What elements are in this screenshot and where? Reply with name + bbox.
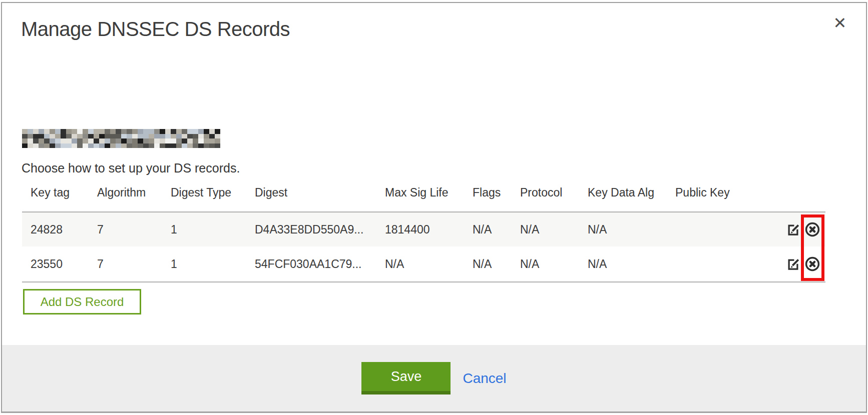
redaction-pixel <box>182 134 187 139</box>
redaction-pixel <box>28 144 33 148</box>
cell-digest-type: 1 <box>162 212 246 246</box>
redaction-pixel <box>176 129 182 134</box>
cell-key-tag: 23550 <box>22 246 89 282</box>
edit-icon[interactable] <box>785 256 801 272</box>
delete-icon[interactable] <box>804 256 820 272</box>
redaction-pixel <box>99 129 105 134</box>
col-header-algorithm: Algorithm <box>89 183 162 212</box>
redaction-pixel <box>154 144 160 148</box>
cell-actions <box>747 212 825 246</box>
redaction-pixel <box>33 138 39 144</box>
add-ds-record-button[interactable]: Add DS Record <box>23 289 141 314</box>
col-header-public-key: Public Key <box>667 183 747 212</box>
redaction-pixel <box>83 138 88 144</box>
save-button[interactable]: Save <box>361 362 451 394</box>
redaction-pixel <box>94 134 99 139</box>
redaction-pixel <box>209 144 215 148</box>
redaction-pixel <box>127 144 132 148</box>
redaction-pixel <box>165 134 171 139</box>
redaction-pixel <box>105 144 110 148</box>
redaction-pixel <box>215 138 220 144</box>
redaction-pixel <box>204 144 209 148</box>
redaction-pixel <box>88 144 94 148</box>
redaction-pixel <box>39 134 44 139</box>
redaction-pixel <box>39 129 44 134</box>
redaction-pixel <box>143 138 149 144</box>
redaction-pixel <box>193 129 198 134</box>
redaction-pixel <box>176 134 182 139</box>
redaction-pixel <box>44 144 50 148</box>
redaction-pixel <box>110 129 116 134</box>
col-header-actions <box>747 183 825 212</box>
redaction-pixel <box>165 129 171 134</box>
redaction-pixel <box>143 129 149 134</box>
cell-algorithm: 7 <box>89 212 162 246</box>
redaction-pixel <box>50 129 55 134</box>
ds-records-table: Key tag Algorithm Digest Type Digest Max… <box>22 183 825 282</box>
redaction-pixel <box>99 134 105 139</box>
redaction-pixel <box>198 134 204 139</box>
redaction-pixel <box>209 134 215 139</box>
redaction-pixel <box>193 144 198 148</box>
redaction-pixel <box>22 144 28 148</box>
redaction-pixel <box>116 144 121 148</box>
redaction-pixel <box>160 144 165 148</box>
redaction-pixel <box>116 134 121 139</box>
cancel-link[interactable]: Cancel <box>463 370 506 386</box>
redaction-pixel <box>204 129 209 134</box>
redaction-pixel <box>39 144 44 148</box>
redaction-pixel <box>149 144 154 148</box>
redaction-pixel <box>33 134 39 139</box>
redaction-pixel <box>105 138 110 144</box>
redaction-pixel <box>55 138 61 144</box>
redaction-pixel <box>132 138 138 144</box>
cell-digest: 54FCF030AA1C79... <box>246 246 376 282</box>
redaction-pixel <box>55 144 61 148</box>
redaction-pixel <box>160 129 165 134</box>
redaction-pixel <box>99 144 105 148</box>
page-title: Manage DNSSEC DS Records <box>21 18 290 40</box>
delete-icon[interactable] <box>804 222 820 238</box>
redaction-pixel <box>22 129 28 134</box>
edit-icon[interactable] <box>785 222 801 238</box>
col-header-flags: Flags <box>464 183 512 212</box>
redaction-pixel <box>94 129 99 134</box>
redaction-pixel <box>39 138 44 144</box>
redaction-pixel <box>28 134 33 139</box>
redaction-pixel <box>171 129 176 134</box>
redaction-pixel <box>61 134 66 139</box>
redaction-pixel <box>160 138 165 144</box>
redaction-pixel <box>88 138 94 144</box>
redaction-pixel <box>83 129 88 134</box>
redaction-pixel <box>187 138 193 144</box>
redaction-pixel <box>72 134 77 139</box>
cell-key-data-alg: N/A <box>579 212 667 246</box>
redaction-pixel <box>22 138 28 144</box>
redaction-pixel <box>94 144 99 148</box>
redaction-pixel <box>215 129 220 134</box>
close-icon[interactable]: ✕ <box>829 12 851 34</box>
cell-public-key <box>667 212 747 246</box>
redaction-pixel <box>83 134 88 139</box>
redaction-pixel <box>72 129 77 134</box>
redaction-pixel <box>132 144 138 148</box>
redaction-pixel <box>215 144 220 148</box>
redaction-pixel <box>204 134 209 139</box>
redaction-pixel <box>44 134 50 139</box>
redaction-pixel <box>110 138 116 144</box>
redaction-pixel <box>204 138 209 144</box>
cell-digest: D4A33E8DD550A9... <box>246 212 376 246</box>
redaction-pixel <box>182 129 187 134</box>
cell-flags: N/A <box>464 246 512 282</box>
redaction-pixel <box>110 144 116 148</box>
redaction-pixel <box>105 134 110 139</box>
cell-max-sig-life: N/A <box>376 246 464 282</box>
redaction-pixel <box>116 138 121 144</box>
redaction-pixel <box>50 144 55 148</box>
redaction-pixel <box>193 134 198 139</box>
cell-public-key <box>667 246 747 282</box>
cell-digest-type: 1 <box>162 246 246 282</box>
cell-algorithm: 7 <box>89 246 162 282</box>
redaction-pixel <box>182 144 187 148</box>
col-header-digest-type: Digest Type <box>162 183 246 212</box>
